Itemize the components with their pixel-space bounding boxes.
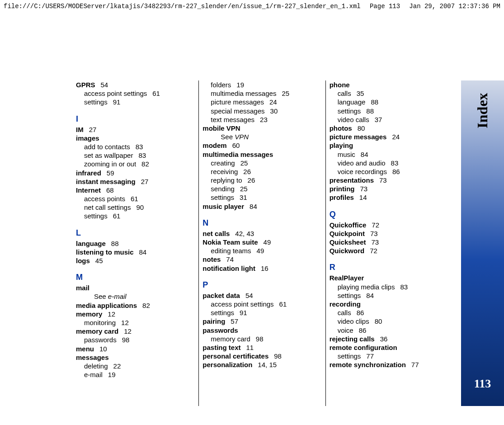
index-term: language <box>76 240 106 247</box>
index-subentry: memory card98 <box>203 335 321 343</box>
index-page-ref: 60 <box>232 142 240 149</box>
index-term: GPRS <box>76 81 95 89</box>
index-page-ref: 88 <box>366 107 374 115</box>
index-entry: Quickoffice72 <box>330 221 448 229</box>
index-entry: menu10 <box>76 345 195 353</box>
index-entry: remote configuration <box>330 343 448 352</box>
index-entry: memory12 <box>76 310 195 318</box>
index-subentry: settings84 <box>330 291 448 300</box>
index-letter: Q <box>330 209 448 220</box>
sidebar-tab: Index 113 <box>461 80 504 406</box>
index-subentry: monitoring12 <box>76 318 195 327</box>
index-term: notes <box>203 255 221 263</box>
index-page-ref: 86 <box>392 168 400 175</box>
index-page-ref: 14, 15 <box>258 361 277 368</box>
index-subentry: net call settings90 <box>76 203 195 212</box>
index-page-ref: 12 <box>108 310 115 318</box>
index-page-ref: 83 <box>391 159 399 167</box>
index-page-ref: 73 <box>372 238 379 246</box>
index-page-ref: 45 <box>95 257 103 264</box>
index-subterm: settings <box>338 292 361 299</box>
index-column-1: GPRS54access point settings61settings91I… <box>72 80 198 406</box>
index-entry: mail <box>76 283 195 292</box>
index-subterm: monitoring <box>84 319 116 326</box>
index-page-ref: 72 <box>372 221 379 229</box>
index-subentry: video clips80 <box>330 317 448 326</box>
index-entry: notification light16 <box>203 264 321 273</box>
index-term: mail <box>76 284 89 292</box>
index-subentry: playing media clips83 <box>330 283 448 291</box>
index-page-ref: 54 <box>245 292 253 299</box>
index-entry: profiles14 <box>330 193 448 202</box>
index-term: notification light <box>203 264 255 272</box>
index-subterm: video and audio <box>338 159 386 167</box>
index-entry: rejecting calls36 <box>330 335 448 343</box>
index-page-ref: 61 <box>152 90 160 97</box>
index-subterm: text messages <box>211 116 254 123</box>
see-label: See <box>221 133 235 141</box>
index-entry: Quicksheet73 <box>330 238 448 246</box>
index-term: remote synchronization <box>330 361 406 368</box>
index-subentry: access point settings61 <box>203 300 321 308</box>
index-subterm: voice <box>338 326 353 334</box>
timestamp: Jan 29, 2007 12:37:36 PM <box>409 3 500 10</box>
index-page-ref: 86 <box>359 326 367 334</box>
index-entry: printing73 <box>330 184 448 193</box>
index-subentry: replying to26 <box>203 176 321 184</box>
index-entry: memory card12 <box>76 327 195 335</box>
index-subterm: deleting <box>84 362 108 370</box>
index-term: personal certificates <box>203 352 268 360</box>
index-entry: mobile VPN <box>203 124 321 132</box>
index-subentry: music84 <box>330 150 448 159</box>
index-subentry: multimedia messages25 <box>203 89 321 98</box>
index-subentry: video calls37 <box>330 115 448 124</box>
index-term: passwords <box>203 326 238 334</box>
index-letter: N <box>203 218 321 228</box>
index-page-ref: 30 <box>270 107 278 115</box>
index-page-ref: 80 <box>375 317 382 325</box>
index-page-ref: 22 <box>113 362 121 370</box>
index-term: Quickoffice <box>330 221 367 229</box>
index-page-ref: 90 <box>136 203 144 211</box>
index-entry: picture messages24 <box>330 132 448 141</box>
index-entry: instant messaging27 <box>76 177 195 186</box>
index-term: messages <box>76 354 109 361</box>
index-subentry: creating25 <box>203 159 321 167</box>
index-page-ref: 57 <box>231 317 238 325</box>
index-subentry: deleting22 <box>76 362 195 370</box>
index-page-ref: 91 <box>113 98 121 106</box>
see-label: See <box>94 293 108 300</box>
index-term: listening to music <box>76 248 134 256</box>
index-page-ref: 19 <box>108 371 116 378</box>
index-page-ref: 27 <box>141 178 149 185</box>
index-term: Nokia Team suite <box>203 238 258 246</box>
index-subterm: settings <box>338 107 361 115</box>
index-page-ref: 25 <box>282 90 289 97</box>
index-entry: phone <box>330 80 448 89</box>
index-entry: passwords <box>203 326 321 335</box>
index-page-ref: 80 <box>358 124 365 132</box>
index-subentry: e-mail19 <box>76 370 195 379</box>
index-subterm: calls <box>338 90 351 97</box>
index-subentry: settings31 <box>203 193 321 202</box>
index-page-ref: 11 <box>246 344 254 351</box>
index-entry: photos80 <box>330 124 448 132</box>
index-term: Quicksheet <box>330 238 366 246</box>
sidebar-page-number: 113 <box>474 377 491 391</box>
index-subentry: settings77 <box>330 352 448 360</box>
index-entry: IM27 <box>76 125 195 134</box>
index-subentry: calls86 <box>330 308 448 317</box>
index-see-reference: See VPN <box>203 132 321 141</box>
index-term: memory card <box>76 327 118 335</box>
index-subterm: language <box>338 98 366 106</box>
index-column-2: folders19multimedia messages25picture me… <box>198 80 325 406</box>
index-page-ref: 73 <box>370 230 378 237</box>
index-page-ref: 91 <box>240 309 247 316</box>
index-subterm: receiving <box>211 168 238 175</box>
index-page-ref: 98 <box>256 335 264 343</box>
index-subterm: music <box>338 151 355 158</box>
index-page-ref: 83 <box>400 283 408 291</box>
index-entry: recording <box>330 300 448 308</box>
index-page-ref: 86 <box>357 309 364 316</box>
index-subterm: creating <box>211 159 235 167</box>
